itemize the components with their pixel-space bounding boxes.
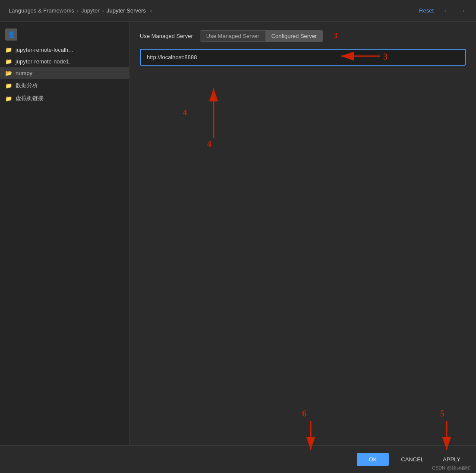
sidebar-item-numpy[interactable]: 📂 numpy [0, 67, 129, 79]
annotation-4: 4 [183, 108, 187, 117]
sidebar-item-vm-link[interactable]: 📁 虚拟机链接 [0, 92, 129, 105]
back-button[interactable]: ← [441, 6, 452, 16]
sidebar: 👤 📁 jupyter-remote-localh… 📁 jupyter-rem… [0, 22, 129, 445]
sidebar-item-label-1: jupyter-remote-localh… [16, 47, 74, 53]
sidebar-profile-header: 👤 [0, 25, 129, 44]
sidebar-item-label-3: numpy [16, 70, 32, 76]
sidebar-item-label-5: 虚拟机链接 [16, 95, 44, 102]
breadcrumb-part1: Languages & Frameworks [9, 7, 74, 14]
forward-button[interactable]: → [457, 6, 467, 16]
footer: OK CANCEL APPLY [0, 445, 476, 473]
ok-button[interactable]: OK [357, 453, 389, 466]
breadcrumb-part2: Jupyter [81, 7, 100, 14]
breadcrumb-icon: ▪ [150, 8, 152, 13]
breadcrumb-sep2: › [102, 7, 104, 14]
configured-server-btn[interactable]: Configured Server [265, 31, 323, 41]
sidebar-item-label-4: 数据分析 [16, 82, 38, 89]
right-panel: Use Managed Server Use Managed Server Co… [129, 22, 476, 445]
folder-icon-5: 📁 [5, 95, 12, 102]
breadcrumb-sep1: › [77, 7, 79, 14]
server-url-input[interactable] [140, 49, 466, 66]
annotation-3: 3 [334, 32, 337, 41]
toggle-label: Use Managed Server [140, 33, 193, 39]
url-input-container: 4 [140, 49, 466, 66]
folder-icon-2: 📁 [5, 58, 12, 65]
header-actions: Reset ← → [416, 6, 467, 16]
cancel-button[interactable]: CANCEL [394, 453, 431, 466]
server-toggle-row: Use Managed Server Use Managed Server Co… [140, 30, 466, 42]
reset-button[interactable]: Reset [416, 6, 436, 15]
footer-buttons: OK CANCEL APPLY [357, 453, 468, 466]
header-bar: Languages & Frameworks › Jupyter › Jupyt… [0, 0, 476, 22]
sidebar-item-jupyter-remote-localh[interactable]: 📁 jupyter-remote-localh… [0, 44, 129, 56]
folder-icon-4: 📁 [5, 82, 12, 89]
breadcrumb: Languages & Frameworks › Jupyter › Jupyt… [9, 7, 416, 14]
sidebar-item-jupyter-remote-node1[interactable]: 📁 jupyter-remote-node1. [0, 56, 129, 67]
server-mode-toggle: Use Managed Server Configured Server [200, 30, 323, 42]
main-content: 👤 📁 jupyter-remote-localh… 📁 jupyter-rem… [0, 22, 476, 445]
sidebar-avatar: 👤 [5, 28, 17, 41]
content-spacer [140, 73, 466, 437]
watermark: CSDN @雄sir很忙 [432, 465, 471, 471]
folder-icon-3: 📂 [5, 70, 12, 76]
use-managed-server-btn[interactable]: Use Managed Server [200, 31, 265, 41]
sidebar-item-data-analysis[interactable]: 📁 数据分析 [0, 79, 129, 92]
dialog-container: Languages & Frameworks › Jupyter › Jupyt… [0, 0, 476, 473]
breadcrumb-part3: Jupyter Servers [107, 7, 146, 14]
sidebar-item-label-2: jupyter-remote-node1. [16, 58, 71, 65]
folder-icon-1: 📁 [5, 47, 12, 53]
apply-button[interactable]: APPLY [436, 453, 467, 466]
